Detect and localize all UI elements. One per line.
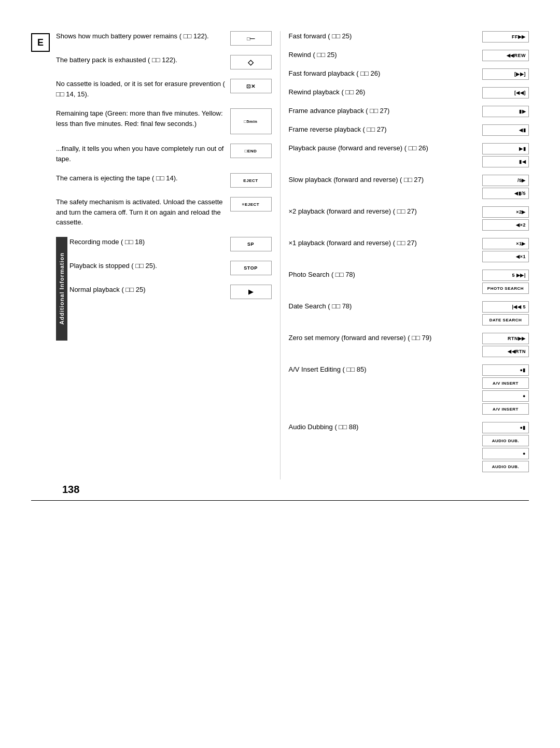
entry-text: ×2 playback (forward and reverse) ( □□ 2… <box>289 206 483 217</box>
sidebar-section: Additional Information Recording mode ( … <box>56 237 272 341</box>
entry-text: The safety mechanism is activated. Unloa… <box>56 197 230 228</box>
entry-text: Zero set memory (forward and reverse) ( … <box>289 333 483 343</box>
icon-rew-playback: [◀◀] <box>482 87 529 98</box>
icon-av-insert-label-1: A/V INSERT <box>482 377 529 389</box>
right-entry-date-search: Date Search ( □□ 78) |◀◀ 5 DATE SEARCH <box>289 301 529 326</box>
right-entry-zero-set: Zero set memory (forward and reverse) ( … <box>289 333 529 357</box>
main-content: E Shows how much battery power remains (… <box>31 31 529 479</box>
entry-normal-playback: Normal playback ( □□ 25) ▶ <box>69 285 272 299</box>
icon-audio-dub-2: ● <box>482 448 529 459</box>
icon-audio-dub-1: ●▮ <box>482 422 529 433</box>
right-entry-photo-search: Photo Search ( □□ 78) 5 ▶▶| PHOTO SEARCH <box>289 270 529 294</box>
entry-text: Frame reverse playback ( □□ 27) <box>289 124 483 135</box>
entry-text: A/V Insert Editing ( □□ 85) <box>289 364 483 375</box>
entry-battery-exhausted: The battery pack is exhausted ( □□ 122).… <box>56 55 272 69</box>
e-label-box: E <box>31 33 50 52</box>
entry-text: Photo Search ( □□ 78) <box>289 270 483 280</box>
additional-info-bar: Additional Information <box>56 237 67 341</box>
entry-safety: The safety mechanism is activated. Unloa… <box>56 197 272 228</box>
right-entries: Fast forward ( □□ 25) FF▶▶ Rewind ( □□ 2… <box>289 31 529 479</box>
entry-text: ×1 playback (forward and reverse) ( □□ 2… <box>289 238 483 248</box>
icon-date-search-label: DATE SEARCH <box>482 314 529 326</box>
right-entry-slow-playback: Slow playback (forward and reverse) ( □□… <box>289 175 529 199</box>
icon-x2-fwd: ×2▶ <box>482 206 529 218</box>
entry-text: Frame advance playback ( □□ 27) <box>289 106 483 116</box>
right-icons-av-insert: ●▮ A/V INSERT ● A/V INSERT <box>482 364 529 415</box>
right-icons-playback-pause: ▶▮ ▮◀ <box>482 143 529 167</box>
right-icons-frame-reverse: ◀▮ <box>482 124 529 136</box>
left-entries: Shows how much battery power remains ( □… <box>56 31 272 341</box>
right-entry-audio-dub: Audio Dubbing ( □□ 88) ●▮ AUDIO DUB. ● A… <box>289 422 529 472</box>
entry-text: The camera is ejecting the tape ( □□ 14)… <box>56 173 230 184</box>
icon-ff: FF▶▶ <box>482 31 529 43</box>
entry-recording-mode: Recording mode ( □□ 18) SP <box>69 237 272 251</box>
right-icons-ff-playback: [▶▶] <box>482 68 529 80</box>
entry-tape-end: ...finally, it tells you when you have c… <box>56 144 272 164</box>
right-icons-frame-advance: ▮▶ <box>482 106 529 117</box>
icon-rtn-fwd: RTN▶▶ <box>482 333 529 344</box>
right-entry-rew: Rewind ( □□ 25) ◀◀REW <box>289 50 529 61</box>
right-icons-audio-dub: ●▮ AUDIO DUB. ● AUDIO DUB. <box>482 422 529 472</box>
entry-text: No cassette is loaded, or it is set for … <box>56 79 230 99</box>
e-label-text: E <box>37 37 44 48</box>
entry-icon-battery-exhausted: ◇ <box>230 55 272 69</box>
right-entry-frame-reverse: Frame reverse playback ( □□ 27) ◀▮ <box>289 124 529 136</box>
column-divider <box>280 31 281 479</box>
icon-photo-search-label: PHOTO SEARCH <box>482 283 529 294</box>
icon-av-insert-2: ● <box>482 390 529 402</box>
icon-frame-advance: ▮▶ <box>482 106 529 117</box>
entry-text: ...finally, it tells you when you have c… <box>56 144 230 164</box>
right-entry-ff-playback: Fast forward playback ( □□ 26) [▶▶] <box>289 68 529 80</box>
right-entry-x1: ×1 playback (forward and reverse) ( □□ 2… <box>289 238 529 262</box>
entry-text: Fast forward ( □□ 25) <box>289 31 483 41</box>
entry-text: Remaining tape (Green: more than five mi… <box>56 108 230 129</box>
right-icons-rew-playback: [◀◀] <box>482 87 529 98</box>
entry-icon-no-cassette: ⊡✕ <box>230 79 272 93</box>
entry-icon-safety: ≡EJECT <box>230 197 272 211</box>
sidebar-label: Additional Information <box>59 252 65 324</box>
entry-text: Recording mode ( □□ 18) <box>69 237 230 247</box>
entry-text: Normal playback ( □□ 25) <box>69 285 230 295</box>
entry-text: Rewind playback ( □□ 26) <box>289 87 483 97</box>
entry-icon-normal-playback: ▶ <box>230 285 272 299</box>
page-footer: 138 <box>31 500 529 506</box>
icon-av-insert-1: ●▮ <box>482 364 529 376</box>
right-entry-rew-playback: Rewind playback ( □□ 26) [◀◀] <box>289 87 529 98</box>
right-entry-av-insert: A/V Insert Editing ( □□ 85) ●▮ A/V INSER… <box>289 364 529 415</box>
right-icons-rew: ◀◀REW <box>482 50 529 61</box>
icon-slow-rev: ◀▮/5 <box>482 188 529 199</box>
entry-text: Rewind ( □□ 25) <box>289 50 483 60</box>
right-icons-slow-playback: /5▶ ◀▮/5 <box>482 175 529 199</box>
page-number: 138 <box>62 484 79 496</box>
entry-text: Audio Dubbing ( □□ 88) <box>289 422 483 432</box>
icon-slow-fwd: /5▶ <box>482 175 529 186</box>
right-entry-ff: Fast forward ( □□ 25) FF▶▶ <box>289 31 529 43</box>
entry-text: Playback is stopped ( □□ 25). <box>69 261 230 271</box>
entry-icon-eject: EJECT <box>230 173 272 188</box>
entry-icon-playback-stopped: STOP <box>230 261 272 275</box>
icon-x1-rev: ◀×1 <box>482 251 529 262</box>
entry-playback-stopped: Playback is stopped ( □□ 25). STOP <box>69 261 272 275</box>
entry-text: The battery pack is exhausted ( □□ 122). <box>56 55 230 65</box>
icon-av-insert-label-2: A/V INSERT <box>482 403 529 415</box>
right-entry-playback-pause: Playback pause (forward and reverse) ( □… <box>289 143 529 167</box>
right-icons-photo-search: 5 ▶▶| PHOTO SEARCH <box>482 270 529 294</box>
entry-icon-tape-end: □END <box>230 144 272 158</box>
icon-frame-reverse: ◀▮ <box>482 124 529 136</box>
entry-text: Playback pause (forward and reverse) ( □… <box>289 143 483 153</box>
right-entry-x2: ×2 playback (forward and reverse) ( □□ 2… <box>289 206 529 231</box>
icon-audio-dub-label-1: AUDIO DUB. <box>482 435 529 446</box>
right-icons-x2: ×2▶ ◀×2 <box>482 206 529 231</box>
right-icons-date-search: |◀◀ 5 DATE SEARCH <box>482 301 529 326</box>
entry-icon-battery-remains: □— <box>230 31 272 46</box>
entry-icon-remaining-tape: □5min <box>230 108 272 134</box>
sidebar-sub-entries: Recording mode ( □□ 18) SP Playback is s… <box>69 237 272 308</box>
entry-text: Date Search ( □□ 78) <box>289 301 483 312</box>
right-entry-frame-advance: Frame advance playback ( □□ 27) ▮▶ <box>289 106 529 117</box>
entry-text: Fast forward playback ( □□ 26) <box>289 68 483 79</box>
icon-x1-fwd: ×1▶ <box>482 238 529 249</box>
icon-playback-pause-rev: ▮◀ <box>482 156 529 167</box>
entry-remaining-tape: Remaining tape (Green: more than five mi… <box>56 108 272 134</box>
icon-audio-dub-label-2: AUDIO DUB. <box>482 461 529 472</box>
icon-ff-playback: [▶▶] <box>482 68 529 80</box>
